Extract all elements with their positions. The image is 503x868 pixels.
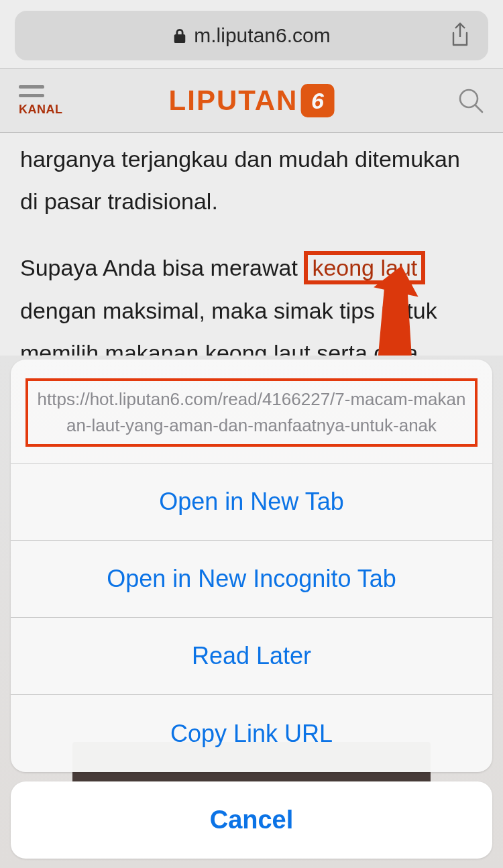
read-later-button[interactable]: Read Later <box>11 618 492 695</box>
open-new-tab-button[interactable]: Open in New Tab <box>11 464 492 541</box>
open-incognito-button[interactable]: Open in New Incognito Tab <box>11 541 492 618</box>
action-sheet-panel: https://hot.liputan6.com/read/4166227/7-… <box>11 360 492 772</box>
cancel-button[interactable]: Cancel <box>11 781 492 859</box>
copy-link-button[interactable]: Copy Link URL <box>11 695 492 772</box>
action-sheet: https://hot.liputan6.com/read/4166227/7-… <box>11 360 492 859</box>
annotation-url-highlight: https://hot.liputan6.com/read/4166227/7-… <box>25 378 478 447</box>
action-sheet-header: https://hot.liputan6.com/read/4166227/7-… <box>11 360 492 464</box>
viewport: m.liputan6.com KANAL LIPUTAN 6 h <box>0 0 503 868</box>
